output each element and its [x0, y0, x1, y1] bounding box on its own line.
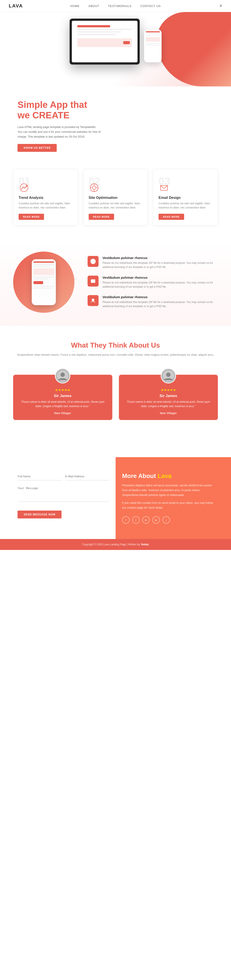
testimonial-card-0: ★★★★★ Sir James "Fusce rutrum in dolor s… — [13, 375, 112, 420]
more-about-title: More About Lava — [122, 473, 214, 479]
avatar-1 — [161, 368, 176, 383]
svg-point-3 — [92, 186, 96, 189]
nav-home[interactable]: HOME — [70, 5, 80, 8]
instagram-icon[interactable]: in — [152, 516, 160, 524]
hero-section — [0, 12, 231, 86]
nav-about[interactable]: ABOUT — [88, 5, 99, 8]
svg-point-9 — [91, 259, 96, 264]
nav-logo: LAVA — [9, 3, 23, 9]
music-icon[interactable]: ♪ — [162, 516, 170, 524]
nav-testimonials[interactable]: TESTIMONIALS — [108, 5, 132, 8]
close-icon[interactable]: × — [220, 3, 222, 9]
trend-icon — [19, 182, 30, 193]
nav-contact[interactable]: CONTACT US — [140, 5, 161, 8]
phone-features: Vestibulum pulvinar rhoncus Please do no… — [88, 256, 218, 309]
twitter-icon[interactable]: t — [132, 516, 140, 524]
phone-feature-0: Vestibulum pulvinar rhoncus Please do no… — [88, 256, 218, 269]
phone-section: Vestibulum pulvinar rhoncus Please do no… — [0, 239, 231, 326]
features-section: 01 Trend Analysis Curabitur pulvinar vel… — [0, 161, 231, 239]
facebook-icon[interactable]: f — [122, 516, 130, 524]
read-more-btn-1[interactable]: READ MORE — [89, 214, 114, 220]
pf-text-2: Vestibulum pulvinar rhoncus Please do no… — [102, 295, 218, 309]
read-more-btn-0[interactable]: READ MORE — [19, 214, 44, 220]
svg-point-13 — [61, 372, 65, 377]
feature-card-2: 03 Email Design Curabitur pulvinar vel o… — [153, 169, 218, 225]
nav-links: HOME ABOUT TESTIMONIALS CONTACT US — [70, 5, 161, 8]
email-icon — [159, 182, 169, 193]
testimonial-card-1: ★★★★★ Sir James "Fusce rutrum in dolor s… — [119, 375, 218, 420]
intro-body: Lava HTML landing page template is provi… — [18, 125, 101, 139]
read-more-btn-2[interactable]: READ MORE — [159, 214, 184, 220]
feature-card-1: 02 Site Optimisation Curabitur pulvinar … — [83, 169, 148, 225]
contact-form: SEND MESSAGE NOW — [18, 473, 109, 519]
svg-point-1 — [26, 185, 27, 186]
contact-info-side: More About Lava Phasellus dapibus tellus… — [122, 473, 214, 524]
intro-heading: Simple App that we CREATE — [18, 100, 213, 121]
feature-card-0: 01 Trend Analysis Curabitur pulvinar vel… — [13, 169, 78, 225]
avatar-0 — [55, 368, 70, 383]
cta-button[interactable]: KNOW US BETTER — [18, 144, 57, 152]
footer-link[interactable]: Yeldaz — [140, 543, 149, 546]
full-name-input[interactable] — [18, 473, 61, 480]
phone-feature-2: Vestibulum pulvinar rhoncus Please do no… — [88, 295, 218, 309]
optimise-icon — [89, 182, 100, 193]
hero-wave — [156, 12, 231, 86]
message-textarea[interactable] — [18, 484, 109, 502]
testimonials-section: What They Think About Us Suspendisse vit… — [0, 326, 231, 435]
pf-icon-2 — [88, 295, 99, 306]
footer-text: Copyright © 2020 Lava Landing Page | Wri… — [82, 543, 140, 546]
phone-feature-1: Vestibulum pulvinar rhoncus Please do no… — [88, 275, 218, 289]
contact-form-side: SEND MESSAGE NOW — [18, 473, 109, 519]
intro-section: Simple App that we CREATE Lava HTML land… — [0, 86, 231, 161]
pf-icon-0 — [88, 256, 99, 267]
testimonials-title: What They Think About Us — [13, 341, 218, 349]
pf-icon-1 — [88, 275, 99, 286]
phone-device — [32, 259, 56, 305]
svg-point-15 — [166, 372, 170, 377]
contact-body-2: If you need this contact form to send em… — [122, 501, 214, 510]
testimonials-subtitle: Suspendisse vitae laoreet mauris. Fusce … — [13, 352, 218, 357]
social-icons: f t in in ♪ — [122, 516, 214, 524]
pf-text-1: Vestibulum pulvinar rhoncus Please do no… — [102, 275, 218, 289]
send-message-button[interactable]: SEND MESSAGE NOW — [18, 511, 62, 519]
testimonials-grid: ★★★★★ Sir James "Fusce rutrum in dolor s… — [13, 375, 218, 420]
navbar: LAVA HOME ABOUT TESTIMONIALS CONTACT US … — [0, 0, 231, 12]
svg-point-11 — [92, 299, 94, 301]
pf-text-0: Vestibulum pulvinar rhoncus Please do no… — [102, 256, 218, 269]
email-input[interactable] — [65, 473, 109, 480]
linkedin-icon[interactable]: in — [142, 516, 150, 524]
phone-circle — [13, 251, 75, 313]
contact-section: SEND MESSAGE NOW More About Lava Phasell… — [0, 457, 231, 539]
contact-body-1: Phasellus dapibus tellus vel lacus accum… — [122, 483, 214, 498]
footer: Copyright © 2020 Lava Landing Page | Wri… — [0, 539, 231, 550]
